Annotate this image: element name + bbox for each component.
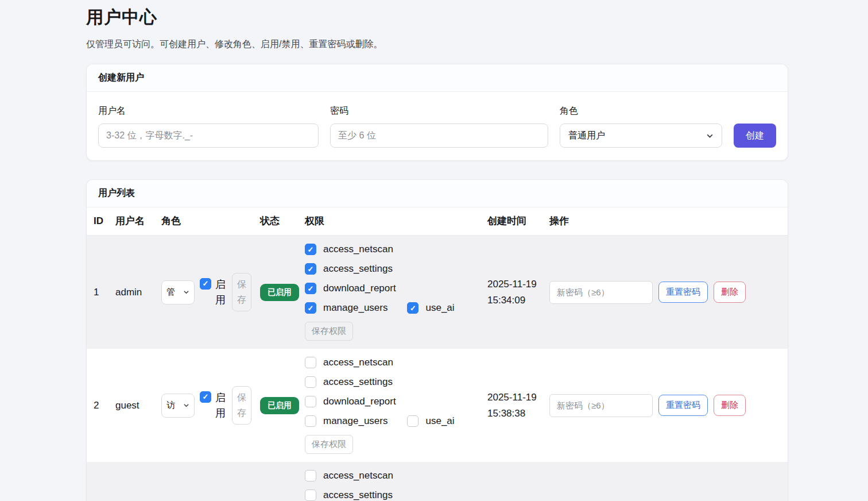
enable-checkbox[interactable]	[200, 278, 211, 290]
permission-label: access_settings	[323, 263, 393, 275]
role-select[interactable]: 普通用户	[560, 124, 722, 148]
chevron-down-icon	[183, 402, 189, 408]
col-header-username: 用户名	[111, 207, 157, 236]
permission-checkbox[interactable]	[407, 302, 418, 314]
user-list-card: 用户列表 ID 用户名 角色 状态 权限 创建时间 操作	[86, 179, 788, 501]
actions-cell: 重置密码 删除	[545, 236, 788, 349]
permission-download-report[interactable]: download_report	[305, 396, 396, 407]
username: admin	[111, 236, 157, 349]
permission-checkbox[interactable]	[305, 263, 316, 275]
enable-toggle[interactable]: 启用	[200, 390, 227, 421]
new-password-input[interactable]	[549, 394, 653, 417]
row-role-select[interactable]: 管	[161, 280, 195, 305]
permission-checkbox[interactable]	[305, 415, 316, 427]
created-at: 2025-11-19 15:34:09	[487, 276, 540, 307]
status-cell: 已启用	[255, 236, 300, 349]
table-header-row: ID 用户名 角色 状态 权限 创建时间 操作	[87, 207, 788, 236]
permission-access-netscan[interactable]: access_netscan	[305, 244, 393, 255]
table-row-guest: 2 guest 访 启用 保存	[87, 349, 788, 462]
status-cell: 已启用	[255, 349, 300, 462]
username-label: 用户名	[98, 105, 319, 117]
username-input[interactable]	[98, 124, 319, 148]
col-header-actions: 操作	[545, 207, 788, 236]
permission-access-settings[interactable]: access_settings	[305, 490, 393, 501]
status-badge: 已启用	[260, 397, 299, 414]
save-role-button[interactable]: 保存	[232, 273, 251, 311]
role-label: 角色	[560, 105, 722, 117]
permission-use-ai[interactable]: use_ai	[407, 415, 454, 427]
permission-access-settings[interactable]: access_settings	[305, 376, 393, 388]
new-password-input[interactable]	[549, 281, 653, 304]
reset-password-button[interactable]: 重置密码	[658, 395, 708, 416]
permission-checkbox[interactable]	[305, 376, 316, 388]
create-user-card-header: 创建新用户	[87, 64, 788, 92]
permission-manage-users[interactable]: manage_users	[305, 415, 388, 427]
permission-label: use_ai	[425, 302, 454, 314]
create-user-card: 创建新用户 用户名 密码 角色 普通用户 创建	[86, 64, 788, 161]
permission-checkbox[interactable]	[305, 396, 316, 407]
save-permissions-button[interactable]: 保存权限	[305, 435, 353, 454]
table-row-admin: 1 admin 管 启用 保存	[87, 236, 788, 349]
col-header-permissions: 权限	[300, 207, 483, 236]
permission-label: access_settings	[323, 376, 393, 388]
user-id	[87, 462, 111, 501]
permission-checkbox[interactable]	[305, 357, 316, 368]
create-button[interactable]: 创建	[734, 124, 776, 148]
table-row-partial: access_netscan access_settings download_…	[87, 462, 788, 501]
permission-label: access_netscan	[323, 470, 393, 481]
page-title: 用户中心	[86, 6, 788, 29]
password-field-group: 密码	[330, 105, 548, 148]
chevron-down-icon	[706, 132, 714, 140]
reset-password-button[interactable]: 重置密码	[658, 282, 708, 303]
permission-checkbox[interactable]	[305, 283, 316, 294]
actions-cell: 重置密码 删除	[545, 349, 788, 462]
permission-label: download_report	[323, 396, 396, 407]
col-header-status: 状态	[255, 207, 300, 236]
row-role-select-value: 管	[166, 287, 175, 298]
user-id: 2	[87, 349, 111, 462]
user-id: 1	[87, 236, 111, 349]
permission-download-report[interactable]: download_report	[305, 283, 396, 294]
status-cell	[255, 462, 300, 501]
permissions-cell: access_netscan access_settings download_…	[300, 349, 483, 462]
permission-label: use_ai	[425, 415, 454, 427]
page-subtitle: 仅管理员可访问。可创建用户、修改角色、启用/禁用、重置密码或删除。	[86, 38, 788, 51]
permission-label: manage_users	[323, 302, 388, 314]
permission-access-netscan[interactable]: access_netscan	[305, 357, 393, 368]
created-at-cell	[483, 462, 545, 501]
permission-label: access_settings	[323, 490, 393, 501]
user-list-card-header: 用户列表	[87, 180, 788, 207]
username-field-group: 用户名	[98, 105, 319, 148]
create-user-form: 用户名 密码 角色 普通用户 创建	[87, 92, 788, 160]
permission-checkbox[interactable]	[305, 244, 316, 255]
username: guest	[111, 349, 157, 462]
role-cell: 管 启用 保存	[157, 236, 255, 349]
page-container: 用户中心 仅管理员可访问。可创建用户、修改角色、启用/禁用、重置密码或删除。 创…	[86, 0, 788, 501]
role-cell: 访 启用 保存	[157, 349, 255, 462]
permission-checkbox[interactable]	[305, 302, 316, 314]
col-header-created: 创建时间	[483, 207, 545, 236]
permission-label: manage_users	[323, 415, 388, 427]
permission-manage-users[interactable]: manage_users	[305, 302, 388, 314]
delete-button[interactable]: 删除	[714, 282, 746, 303]
permission-access-netscan[interactable]: access_netscan	[305, 470, 393, 481]
role-select-value: 普通用户	[568, 130, 605, 142]
permission-checkbox[interactable]	[407, 415, 418, 427]
permission-label: access_netscan	[323, 244, 393, 255]
created-at-cell: 2025-11-19 15:34:09	[483, 236, 545, 349]
enable-toggle[interactable]: 启用	[200, 277, 227, 308]
row-role-select-value: 访	[166, 400, 175, 411]
permission-checkbox[interactable]	[305, 470, 316, 481]
password-input[interactable]	[330, 124, 548, 148]
permission-checkbox[interactable]	[305, 490, 316, 501]
save-role-button[interactable]: 保存	[232, 386, 251, 425]
enable-checkbox[interactable]	[200, 391, 211, 403]
role-cell	[157, 462, 255, 501]
created-at-cell: 2025-11-19 15:38:38	[483, 349, 545, 462]
save-permissions-button[interactable]: 保存权限	[305, 322, 353, 341]
permission-access-settings[interactable]: access_settings	[305, 263, 393, 275]
row-role-select[interactable]: 访	[161, 394, 195, 418]
permissions-cell: access_netscan access_settings download_…	[300, 462, 483, 501]
delete-button[interactable]: 删除	[714, 395, 746, 416]
permission-use-ai[interactable]: use_ai	[407, 302, 454, 314]
